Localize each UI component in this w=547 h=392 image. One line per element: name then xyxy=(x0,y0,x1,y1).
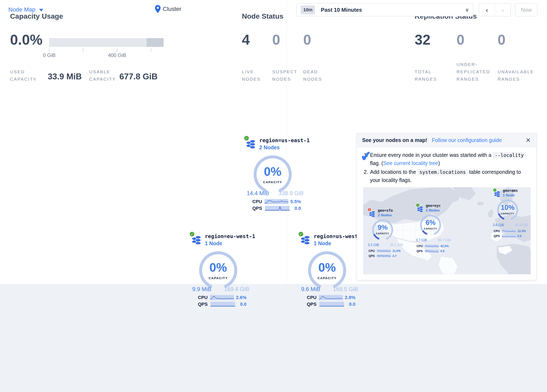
used-capacity: 9.6 MiB xyxy=(301,286,320,293)
gauge-percent: 6% xyxy=(419,219,442,227)
total-capacity: 35.1 GiB xyxy=(390,243,403,247)
time-range-dropdown[interactable]: 10m Past 10 Minutes ∨ xyxy=(296,3,473,16)
qps-sparkline xyxy=(425,250,439,253)
suspect-nodes-label: SUSPECT NODES xyxy=(272,68,297,83)
capacity-usage-bar xyxy=(49,38,164,47)
total-capacity: 169.5 GiB xyxy=(333,286,358,293)
healthy-check-icon: ✓ xyxy=(244,135,249,141)
total-ranges-count: 32 xyxy=(415,31,431,48)
database-icon xyxy=(369,210,376,219)
under-replicated-count: 0 xyxy=(457,31,465,48)
qps-sparkline xyxy=(377,254,391,257)
step-done-check-icon: ✔ xyxy=(360,148,372,164)
cpu-label: CPU xyxy=(369,249,376,253)
region-nodes-link[interactable]: 2 Nodes xyxy=(259,144,280,151)
step-text: Add locations to the xyxy=(370,169,417,175)
capacity-gauge: 6% CAPACITY xyxy=(419,213,442,237)
step-text: Ensure every node in your cluster was st… xyxy=(370,152,493,158)
under-replicated-label: UNDER- REPLICATED RANGES xyxy=(457,61,490,83)
map-node-name: geo=nyc xyxy=(426,204,441,208)
locality-tree-link[interactable]: See current locality tree xyxy=(383,160,438,166)
axis-tick xyxy=(83,48,83,52)
cpu-value: 2.6% xyxy=(236,295,246,300)
time-step-forward-button[interactable]: › xyxy=(495,4,511,16)
cpu-sparkline xyxy=(319,295,343,300)
dead-nodes-count: 0 xyxy=(303,31,311,48)
healthy-check-icon: ✓ xyxy=(416,203,420,207)
region-node-eu-west-1[interactable]: ✓ region=eu-west-1 1 Node 0% CAPACITY 9.… xyxy=(189,230,252,312)
region-node-us-east-1[interactable]: ✓ region=us-east-1 2 Nodes 0% CAPACITY 1… xyxy=(244,134,306,216)
map-node-count-link[interactable]: 2 Nodes xyxy=(426,208,440,213)
step-2: 2.Add locations to the system.locations … xyxy=(370,168,532,184)
view-selector-dropdown[interactable]: Node Map xyxy=(8,6,43,13)
qps-sparkline xyxy=(211,302,235,307)
gauge-capacity-label: CAPACITY xyxy=(371,232,394,235)
used-capacity-value: 33.9 MiB xyxy=(48,72,82,81)
configuration-guide-link[interactable]: Follow our configuration guide xyxy=(432,137,502,143)
time-now-button[interactable]: Now xyxy=(515,3,537,16)
time-step-buttons: ‹ › xyxy=(479,3,511,16)
map-node-geo-sfo[interactable]: 1 geo=sfo 2 Nodes 9% xyxy=(368,208,405,258)
qps-label: QPS xyxy=(369,254,376,258)
map-node-count-link[interactable]: 1 Node xyxy=(503,193,515,198)
popup-title: See your nodes on a map! xyxy=(362,137,427,143)
map-config-popup: See your nodes on a map! Follow our conf… xyxy=(356,133,537,280)
popup-header: See your nodes on a map! Follow our conf… xyxy=(357,133,536,147)
capacity-gauge: 0% CAPACITY xyxy=(197,249,239,291)
qps-value: 0.0 xyxy=(237,302,246,307)
region-name: region=eu-west-1 xyxy=(205,233,255,239)
region-nodes-link[interactable]: 1 Node xyxy=(205,241,222,247)
qps-label: QPS xyxy=(494,234,502,238)
region-name: region=us-east-1 xyxy=(259,137,310,144)
close-icon[interactable]: ✕ xyxy=(526,137,531,144)
step-1: 1.Ensure every node in your cluster was … xyxy=(370,151,532,167)
step-text: ) xyxy=(438,160,440,166)
axis-tick xyxy=(49,48,49,52)
region-node-us-west-1[interactable]: ✓ region=us-west-1 1 Node 0% CAPACITY 9.… xyxy=(298,230,361,312)
suspect-nodes-count: 0 xyxy=(272,31,280,48)
qps-value: 0.0 xyxy=(518,234,529,238)
qps-sparkline xyxy=(265,206,290,211)
alert-badge-icon: 1 xyxy=(367,207,371,212)
qps-label: QPS xyxy=(307,302,318,307)
cpu-label: CPU xyxy=(307,295,318,300)
qps-label: QPS xyxy=(252,206,264,211)
axis-tick-label: 0 GiB xyxy=(37,52,62,58)
capacity-gauge: 0% CAPACITY xyxy=(252,153,294,195)
usable-capacity-value: 677.8 GiB xyxy=(119,72,157,81)
map-pin-icon xyxy=(155,5,161,13)
used-capacity: 9.9 MiB xyxy=(192,286,212,293)
cpu-label: CPU xyxy=(198,295,209,300)
capacity-percent: 0.0% xyxy=(10,31,42,48)
time-step-back-button[interactable]: ‹ xyxy=(479,4,495,16)
gauge-capacity-label: CAPACITY xyxy=(252,180,294,184)
cpu-value: 5.5% xyxy=(290,199,301,204)
cpu-value: 42.5% xyxy=(440,244,452,248)
total-capacity: 65.7 GiB xyxy=(438,238,451,242)
dropdown-triangle-icon xyxy=(39,9,43,12)
map-node-geo-ams[interactable]: ✓ geo=ams 1 Node 10% xyxy=(493,188,530,238)
chevron-down-icon: ∨ xyxy=(465,7,469,13)
breadcrumb-cluster-label: Cluster xyxy=(163,6,181,12)
capacity-reserved-segment xyxy=(147,38,164,47)
qps-value: 0.0 xyxy=(292,206,301,211)
region-nodes-link[interactable]: 1 Node xyxy=(314,241,331,247)
cpu-value: 12.3% xyxy=(518,229,529,233)
system-locations-code: system.locations xyxy=(417,169,468,175)
cluster-overview-page: Capacity Usage 0.0% 0 GiB 400 GiB USED C… xyxy=(0,0,547,392)
cpu-sparkline xyxy=(210,295,234,300)
total-ranges-label: TOTAL RANGES xyxy=(415,68,437,83)
gauge-percent: 0% xyxy=(197,260,239,274)
used-capacity: 3.7 GiB xyxy=(416,238,427,242)
live-nodes-count: 4 xyxy=(242,31,250,48)
used-capacity: 14.4 MiB xyxy=(247,190,269,197)
capacity-gauge: 9% CAPACITY xyxy=(371,218,394,241)
node-status-title: Node Status xyxy=(242,12,283,20)
gauge-capacity-label: CAPACITY xyxy=(306,276,348,280)
map-node-count-link[interactable]: 2 Nodes xyxy=(378,213,392,217)
total-capacity: 34.4 GiB xyxy=(515,223,528,227)
capacity-gauge: 0% CAPACITY xyxy=(306,249,348,291)
map-node-geo-nyc[interactable]: ✓ geo=nyc 2 Nodes 6% xyxy=(416,203,453,253)
gauge-percent: 0% xyxy=(252,164,294,179)
cpu-label: CPU xyxy=(417,244,424,248)
